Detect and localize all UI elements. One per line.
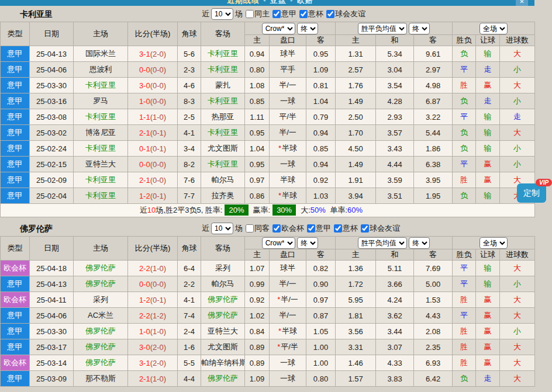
asian-away-odds-cell: 0.97 — [306, 292, 336, 308]
euro-average-select[interactable]: 胜平负均值 — [358, 23, 407, 34]
league-filter: 意杯 — [299, 9, 323, 19]
euro-final-select[interactable]: 终 — [409, 23, 430, 34]
league-checkbox[interactable] — [272, 10, 281, 18]
odds-company-select[interactable]: Crow* — [262, 237, 295, 249]
euro-home-odds-cell: 1.49 — [336, 93, 376, 109]
match-row: 意甲25-03-09那不勒斯2-1(1-0)4-4佛罗伦萨1.09一球0.801… — [1, 371, 535, 387]
col-header-asian-away: 客 — [306, 35, 336, 46]
euro-average-select[interactable]: 胜平负均值 — [358, 237, 407, 249]
col-header-goals: 进球数 — [500, 35, 535, 46]
euro-away-odds-cell: 1.95 — [414, 188, 453, 204]
nav-item-recent-results[interactable]: 近期战绩 — [227, 0, 260, 5]
score-cell: 2-1(0-1) — [128, 125, 178, 141]
score-cell: 1-0(1-0) — [128, 324, 178, 339]
goals-result-cell: 小 — [500, 276, 535, 292]
main-content: 卡利亚里 近 10 场 同主 意甲意杯球会友谊 类型 — [0, 6, 552, 387]
asian-home-odds-cell: 1.09 — [245, 371, 270, 387]
handicap-result-cell: 走 — [476, 371, 500, 387]
corner-cell: 2-3 — [178, 62, 201, 78]
home-team-cell: 佛罗伦萨 — [74, 339, 128, 355]
nav-separator-dot: ● — [290, 0, 294, 3]
scope-select[interactable]: 全场 — [479, 23, 508, 34]
asian-home-odds-cell: 0.99 — [245, 276, 270, 292]
euro-home-odds-cell: 1.36 — [336, 261, 376, 276]
league-checkbox[interactable] — [307, 224, 315, 233]
date-cell: 25-03-08 — [30, 109, 74, 125]
odds-company-select[interactable]: Crow* — [262, 23, 295, 34]
wdl-result-cell: 胜 — [453, 339, 476, 355]
asian-home-odds-cell: 1.04 — [245, 141, 270, 157]
recent-count-select[interactable]: 10 — [211, 223, 233, 234]
euro-draw-odds-cell: 3.66 — [376, 276, 414, 292]
euro-home-odds-cell: 2.50 — [336, 109, 376, 125]
score-cell: 0-1(0-1) — [128, 141, 178, 157]
nav-item-asian-handicap[interactable]: 亚盘 — [270, 0, 287, 5]
match-filters: 近 10 场 同主 意甲意杯球会友谊 — [202, 7, 365, 21]
home-team-cell: 佛罗伦萨 — [74, 261, 128, 276]
same-venue-checkbox[interactable] — [246, 224, 254, 233]
euro-away-odds-cell: 1.86 — [414, 141, 453, 157]
col-header-euro-away: 客 — [414, 35, 453, 46]
league-checkbox[interactable] — [361, 224, 369, 233]
goals-result-cell: 大 — [500, 371, 535, 387]
asian-final-select[interactable]: 终 — [297, 237, 318, 249]
league-label: 意甲 — [316, 223, 331, 234]
asian-home-odds-cell: 0.84 — [245, 324, 270, 339]
euro-draw-odds-cell: 3.57 — [376, 125, 414, 141]
handicap-result-cell: 赢 — [476, 292, 500, 308]
away-team-cell: 卡利亚里 — [201, 62, 245, 78]
goals-result-cell: 小 — [500, 141, 535, 157]
scope-select[interactable]: 全场 — [479, 237, 508, 249]
date-cell: 25-03-09 — [30, 371, 74, 387]
date-cell: 25-04-13 — [30, 276, 74, 292]
date-cell: 25-04-06 — [30, 308, 74, 324]
wdl-result-cell: 胜 — [453, 78, 476, 93]
goals-result-cell: 小 — [500, 93, 535, 109]
col-header-handicap: 盘口 — [270, 249, 306, 261]
close-icon[interactable]: ✕ — [516, 0, 528, 6]
handicap-cell: 半/一 — [270, 125, 306, 141]
league-cell: 意甲 — [1, 93, 30, 109]
asian-home-odds-cell: 0.97 — [245, 172, 270, 188]
date-cell: 25-03-16 — [30, 93, 74, 109]
match-row: 意甲25-03-16罗马1-0(0-0)8-3卡利亚里0.85一球1.041.4… — [1, 93, 535, 109]
goals-result-cell: 大 — [500, 78, 535, 93]
league-checkbox[interactable] — [272, 224, 281, 233]
asian-away-odds-cell: 1.09 — [306, 62, 336, 78]
asian-home-odds-cell: 1.02 — [245, 308, 270, 324]
handicap-cell: 一球 — [270, 355, 306, 371]
home-team-cell: 卡利亚里 — [74, 109, 128, 125]
euro-away-odds-cell: 7.69 — [414, 261, 453, 276]
asian-home-odds-cell: 0.80 — [245, 62, 270, 78]
league-checkbox[interactable] — [334, 224, 342, 233]
result-group-header: 全场 — [453, 237, 535, 249]
handicap-result-cell: 走 — [476, 93, 500, 109]
nav-item-euro-odds[interactable]: 欧赔 — [297, 0, 313, 5]
recent-count-select[interactable]: 10 — [211, 8, 233, 20]
same-venue-label: 同主 — [254, 9, 270, 19]
handicap-cell: 半/一 — [270, 78, 306, 93]
euro-home-odds-cell: 1.76 — [336, 78, 376, 93]
euro-home-odds-cell: 3.94 — [336, 188, 376, 204]
home-team-cell: 卡利亚里 — [74, 78, 128, 93]
same-venue-checkbox[interactable] — [246, 10, 254, 18]
corner-cell: 7-6 — [178, 172, 201, 188]
col-header-handicap-result: 让球 — [476, 35, 500, 46]
match-table-body: 意甲25-04-13国际米兰3-1(2-0)5-6卡利亚里0.94球半0.951… — [1, 46, 535, 217]
col-header-wdl: 胜负 — [453, 249, 476, 261]
wdl-result-cell: 平 — [453, 261, 476, 276]
euro-away-odds-cell: 6.38 — [414, 157, 453, 172]
home-team-cell: 卡利亚里 — [74, 141, 128, 157]
away-team-cell: 帕尔马 — [201, 172, 245, 188]
euro-away-odds-cell: 4.43 — [414, 308, 453, 324]
same-venue-filter: 同客 — [246, 223, 270, 234]
col-header-home: 主场 — [74, 237, 128, 261]
asian-final-select[interactable]: 终 — [297, 23, 318, 34]
euro-final-select[interactable]: 终 — [409, 237, 430, 249]
euro-away-odds-cell: 3.95 — [414, 172, 453, 188]
euro-home-odds-cell: 3.31 — [336, 339, 376, 355]
league-checkbox[interactable] — [299, 10, 308, 18]
league-checkbox[interactable] — [326, 10, 334, 18]
result-group-header: 全场 — [453, 22, 535, 35]
league-cell: 意甲 — [1, 109, 30, 125]
